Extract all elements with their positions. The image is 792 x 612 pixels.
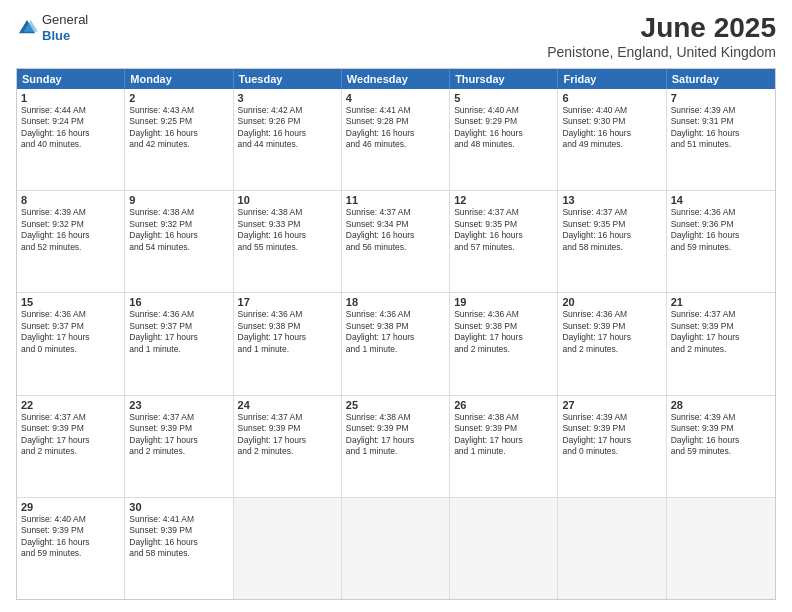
day-number: 18 xyxy=(346,296,445,308)
daylight-line: Daylight: 16 hours xyxy=(129,537,228,548)
sunset-line: Sunset: 9:24 PM xyxy=(21,116,120,127)
sunrise-line: Sunrise: 4:36 AM xyxy=(454,309,553,320)
daylight-line: Daylight: 17 hours xyxy=(454,332,553,343)
daylight-line: Daylight: 16 hours xyxy=(129,230,228,241)
cal-cell-w3-1: 16Sunrise: 4:36 AMSunset: 9:37 PMDayligh… xyxy=(125,293,233,394)
logo: General Blue xyxy=(16,12,88,43)
sunrise-line: Sunrise: 4:42 AM xyxy=(238,105,337,116)
daylight-line: Daylight: 17 hours xyxy=(129,435,228,446)
sunset-line: Sunset: 9:39 PM xyxy=(562,423,661,434)
daylight-minutes-line: and 55 minutes. xyxy=(238,242,337,253)
daylight-minutes-line: and 52 minutes. xyxy=(21,242,120,253)
sunset-line: Sunset: 9:30 PM xyxy=(562,116,661,127)
daylight-line: Daylight: 16 hours xyxy=(238,128,337,139)
sunrise-line: Sunrise: 4:36 AM xyxy=(238,309,337,320)
day-number: 28 xyxy=(671,399,771,411)
sunrise-line: Sunrise: 4:37 AM xyxy=(21,412,120,423)
cal-cell-w4-4: 26Sunrise: 4:38 AMSunset: 9:39 PMDayligh… xyxy=(450,396,558,497)
header-tuesday: Tuesday xyxy=(234,69,342,89)
sunset-line: Sunset: 9:33 PM xyxy=(238,219,337,230)
sunrise-line: Sunrise: 4:40 AM xyxy=(454,105,553,116)
daylight-minutes-line: and 58 minutes. xyxy=(562,242,661,253)
cal-cell-w4-3: 25Sunrise: 4:38 AMSunset: 9:39 PMDayligh… xyxy=(342,396,450,497)
header-monday: Monday xyxy=(125,69,233,89)
location-title: Penistone, England, United Kingdom xyxy=(547,44,776,60)
sunset-line: Sunset: 9:39 PM xyxy=(671,321,771,332)
sunrise-line: Sunrise: 4:38 AM xyxy=(346,412,445,423)
daylight-line: Daylight: 17 hours xyxy=(238,435,337,446)
daylight-line: Daylight: 17 hours xyxy=(21,435,120,446)
sunset-line: Sunset: 9:37 PM xyxy=(21,321,120,332)
sunrise-line: Sunrise: 4:39 AM xyxy=(671,412,771,423)
calendar-header: Sunday Monday Tuesday Wednesday Thursday… xyxy=(17,69,775,89)
day-number: 10 xyxy=(238,194,337,206)
header-wednesday: Wednesday xyxy=(342,69,450,89)
sunrise-line: Sunrise: 4:36 AM xyxy=(346,309,445,320)
day-number: 22 xyxy=(21,399,120,411)
sunset-line: Sunset: 9:39 PM xyxy=(129,525,228,536)
sunrise-line: Sunrise: 4:37 AM xyxy=(562,207,661,218)
cal-cell-w4-2: 24Sunrise: 4:37 AMSunset: 9:39 PMDayligh… xyxy=(234,396,342,497)
day-number: 15 xyxy=(21,296,120,308)
cal-cell-w2-6: 14Sunrise: 4:36 AMSunset: 9:36 PMDayligh… xyxy=(667,191,775,292)
day-number: 25 xyxy=(346,399,445,411)
daylight-minutes-line: and 46 minutes. xyxy=(346,139,445,150)
cal-cell-w3-3: 18Sunrise: 4:36 AMSunset: 9:38 PMDayligh… xyxy=(342,293,450,394)
calendar: Sunday Monday Tuesday Wednesday Thursday… xyxy=(16,68,776,600)
sunrise-line: Sunrise: 4:41 AM xyxy=(346,105,445,116)
day-number: 5 xyxy=(454,92,553,104)
cal-cell-w3-0: 15Sunrise: 4:36 AMSunset: 9:37 PMDayligh… xyxy=(17,293,125,394)
sunrise-line: Sunrise: 4:41 AM xyxy=(129,514,228,525)
sunset-line: Sunset: 9:37 PM xyxy=(129,321,228,332)
daylight-minutes-line: and 2 minutes. xyxy=(238,446,337,457)
cal-cell-w1-1: 2Sunrise: 4:43 AMSunset: 9:25 PMDaylight… xyxy=(125,89,233,190)
sunrise-line: Sunrise: 4:40 AM xyxy=(562,105,661,116)
sunset-line: Sunset: 9:38 PM xyxy=(238,321,337,332)
daylight-minutes-line: and 57 minutes. xyxy=(454,242,553,253)
daylight-minutes-line: and 0 minutes. xyxy=(562,446,661,457)
day-number: 8 xyxy=(21,194,120,206)
header-saturday: Saturday xyxy=(667,69,775,89)
daylight-line: Daylight: 16 hours xyxy=(671,230,771,241)
cal-cell-w5-1: 30Sunrise: 4:41 AMSunset: 9:39 PMDayligh… xyxy=(125,498,233,599)
day-number: 21 xyxy=(671,296,771,308)
month-title: June 2025 xyxy=(547,12,776,44)
day-number: 4 xyxy=(346,92,445,104)
daylight-line: Daylight: 17 hours xyxy=(562,435,661,446)
title-block: June 2025 Penistone, England, United Kin… xyxy=(547,12,776,60)
day-number: 26 xyxy=(454,399,553,411)
sunset-line: Sunset: 9:39 PM xyxy=(129,423,228,434)
daylight-minutes-line: and 2 minutes. xyxy=(671,344,771,355)
daylight-minutes-line: and 1 minute. xyxy=(346,344,445,355)
sunset-line: Sunset: 9:39 PM xyxy=(21,423,120,434)
daylight-minutes-line: and 1 minute. xyxy=(454,446,553,457)
day-number: 17 xyxy=(238,296,337,308)
daylight-line: Daylight: 16 hours xyxy=(238,230,337,241)
cal-cell-w1-0: 1Sunrise: 4:44 AMSunset: 9:24 PMDaylight… xyxy=(17,89,125,190)
daylight-line: Daylight: 17 hours xyxy=(454,435,553,446)
daylight-line: Daylight: 16 hours xyxy=(562,230,661,241)
sunset-line: Sunset: 9:32 PM xyxy=(21,219,120,230)
day-number: 3 xyxy=(238,92,337,104)
sunrise-line: Sunrise: 4:38 AM xyxy=(454,412,553,423)
cal-cell-w2-4: 12Sunrise: 4:37 AMSunset: 9:35 PMDayligh… xyxy=(450,191,558,292)
sunset-line: Sunset: 9:39 PM xyxy=(238,423,337,434)
cal-cell-w2-3: 11Sunrise: 4:37 AMSunset: 9:34 PMDayligh… xyxy=(342,191,450,292)
day-number: 7 xyxy=(671,92,771,104)
sunrise-line: Sunrise: 4:39 AM xyxy=(21,207,120,218)
logo-general-text: General xyxy=(42,12,88,27)
daylight-minutes-line: and 1 minute. xyxy=(129,344,228,355)
daylight-line: Daylight: 16 hours xyxy=(671,435,771,446)
daylight-minutes-line: and 59 minutes. xyxy=(21,548,120,559)
day-number: 24 xyxy=(238,399,337,411)
header-sunday: Sunday xyxy=(17,69,125,89)
daylight-line: Daylight: 16 hours xyxy=(671,128,771,139)
daylight-line: Daylight: 17 hours xyxy=(346,435,445,446)
sunset-line: Sunset: 9:26 PM xyxy=(238,116,337,127)
sunrise-line: Sunrise: 4:38 AM xyxy=(129,207,228,218)
day-number: 23 xyxy=(129,399,228,411)
daylight-minutes-line: and 59 minutes. xyxy=(671,242,771,253)
sunset-line: Sunset: 9:31 PM xyxy=(671,116,771,127)
sunset-line: Sunset: 9:38 PM xyxy=(454,321,553,332)
calendar-row-w5: 29Sunrise: 4:40 AMSunset: 9:39 PMDayligh… xyxy=(17,497,775,599)
